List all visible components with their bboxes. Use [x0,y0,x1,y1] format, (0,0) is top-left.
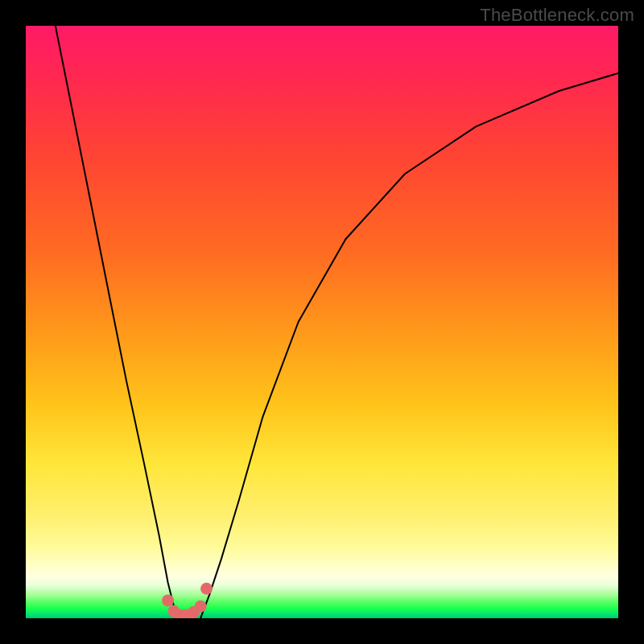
plot-area [26,26,618,618]
marker-dot [200,583,213,595]
marker-dot [162,594,174,606]
curve-layer [26,26,618,618]
marker-dot [195,601,207,613]
curve-left-branch [56,26,179,618]
chart-frame: TheBottleneck.com [0,0,644,644]
watermark-text: TheBottleneck.com [480,5,634,26]
curve-right-branch [200,73,618,618]
